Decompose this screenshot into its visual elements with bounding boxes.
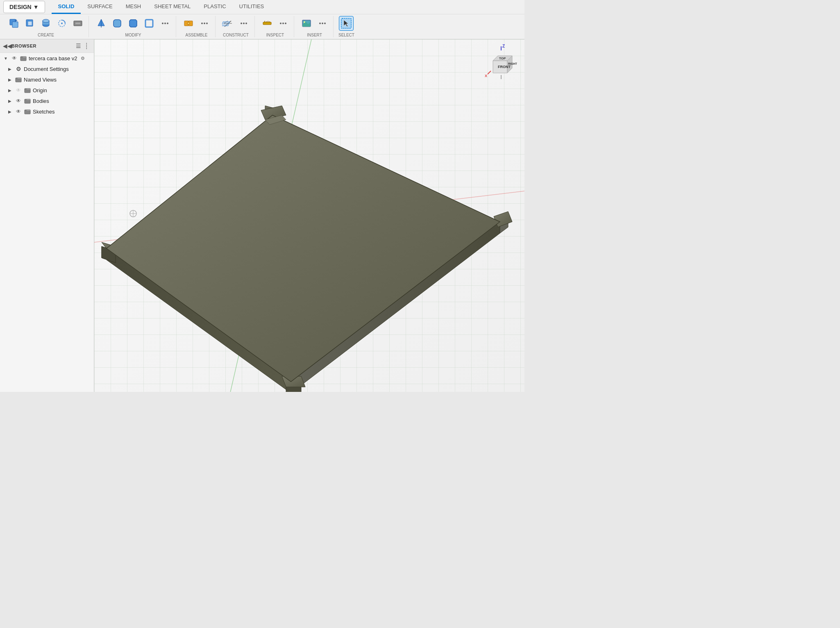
svg-marker-16 xyxy=(129,20,137,27)
modify-more-icon[interactable] xyxy=(158,16,173,31)
tree-eye-sketches[interactable]: 👁 xyxy=(15,108,22,115)
svg-text:Z: Z xyxy=(502,44,505,48)
tree-label-named-views: Named Views xyxy=(24,77,57,83)
svg-rect-35 xyxy=(263,22,271,25)
design-arrow: ▼ xyxy=(33,4,39,10)
tab-plastic[interactable]: PLASTIC xyxy=(197,0,232,14)
browser-panel: ◀◀ BROWSER ☰ ┊ ▼ 👁 tercera cara base v2 … xyxy=(0,39,94,392)
toolbar-group-construct: CONSTRUCT xyxy=(217,16,255,37)
tree-eye-origin[interactable]: 👁 xyxy=(15,86,22,94)
svg-point-19 xyxy=(164,23,166,24)
tree-eye-root[interactable]: 👁 xyxy=(11,55,18,62)
tree-arrow-bodies[interactable]: ▶ xyxy=(7,98,13,104)
tree-folder-root xyxy=(20,55,27,62)
tree-folder-bodies xyxy=(24,97,31,105)
construct-more-icon[interactable] xyxy=(236,16,251,31)
browser-collapse-button[interactable]: ◀◀ xyxy=(3,42,11,50)
construct-plane-icon[interactable] xyxy=(220,16,235,31)
svg-point-46 xyxy=(319,23,321,24)
browser-resize-handle[interactable]: ┊ xyxy=(82,42,91,50)
insert-image-icon[interactable] xyxy=(299,16,314,31)
svg-point-18 xyxy=(162,23,163,24)
svg-point-41 xyxy=(282,23,284,24)
svg-rect-17 xyxy=(145,20,153,27)
tree-item-doc-settings[interactable]: ▶ ⚙ Document Settings xyxy=(0,64,94,74)
modify-chamfer-icon[interactable] xyxy=(126,16,141,31)
assemble-more-icon[interactable] xyxy=(197,16,212,31)
tree-arrow-sketches[interactable]: ▶ xyxy=(7,108,13,115)
select-label: SELECT xyxy=(338,33,354,37)
tree-arrow-root[interactable]: ▼ xyxy=(2,55,9,61)
toolbar-group-assemble: ASSEMBLE xyxy=(178,16,216,37)
svg-point-47 xyxy=(322,23,323,24)
tree-item-bodies[interactable]: ▶ 👁 Bodies xyxy=(0,96,94,106)
tree-gear-icon: ⚙ xyxy=(15,65,22,73)
modify-shell-icon[interactable] xyxy=(142,16,157,31)
svg-text:TOP: TOP xyxy=(499,57,506,60)
tree-label-bodies: Bodies xyxy=(33,98,49,104)
svg-rect-31 xyxy=(222,22,229,26)
inspect-measure-icon[interactable] xyxy=(260,16,275,31)
svg-rect-15 xyxy=(114,20,121,27)
grid-background xyxy=(94,39,524,392)
svg-text:FRONT: FRONT xyxy=(498,65,511,69)
svg-rect-5 xyxy=(28,21,32,25)
tree-folder-sketches xyxy=(24,108,31,115)
tab-utilities[interactable]: UTILITIES xyxy=(233,0,271,14)
browser-title: BROWSER xyxy=(11,43,74,48)
tab-solid[interactable]: SOLID xyxy=(52,0,81,14)
toolbar-group-modify: MODIFY xyxy=(91,16,176,37)
create-more-icon[interactable] xyxy=(70,16,85,31)
svg-point-48 xyxy=(324,23,326,24)
toolbar-group-select: SELECT xyxy=(335,16,358,37)
viewcube[interactable]: Z X FRONT TOP RIGHT xyxy=(483,44,520,81)
tab-mesh[interactable]: MESH xyxy=(119,0,148,14)
browser-header: ◀◀ BROWSER ☰ ┊ xyxy=(0,39,94,53)
svg-rect-12 xyxy=(75,23,80,24)
insert-more-icon[interactable] xyxy=(315,16,330,31)
create-label: CREATE xyxy=(38,33,54,37)
tree-arrow-doc-settings[interactable]: ▶ xyxy=(7,66,13,72)
tree-arrow-named-views[interactable]: ▶ xyxy=(7,76,13,83)
tree-item-root[interactable]: ▼ 👁 tercera cara base v2 ⚙ xyxy=(0,53,94,64)
modify-press-pull-icon[interactable] xyxy=(94,16,109,31)
tree-label-sketches: Sketches xyxy=(33,109,54,115)
tab-surface[interactable]: SURFACE xyxy=(81,0,119,14)
design-button[interactable]: DESIGN ▼ xyxy=(3,1,45,13)
create-new-component-icon[interactable] xyxy=(7,16,21,31)
toolbar-group-create: CREATE xyxy=(3,16,89,37)
svg-point-24 xyxy=(187,22,190,25)
svg-point-40 xyxy=(280,23,282,24)
viewport[interactable]: Z X FRONT TOP RIGHT xyxy=(94,39,524,392)
tree-label-origin: Origin xyxy=(33,87,47,93)
svg-point-20 xyxy=(167,23,168,24)
insert-label: INSERT xyxy=(307,33,322,37)
tree-label-doc-settings: Document Settings xyxy=(24,66,69,72)
assemble-joint-icon[interactable] xyxy=(181,16,196,31)
create-revolve-icon[interactable] xyxy=(54,16,69,31)
inspect-more-icon[interactable] xyxy=(276,16,291,31)
create-extrude-icon[interactable] xyxy=(39,16,53,31)
modify-fillet-icon[interactable] xyxy=(110,16,125,31)
svg-point-42 xyxy=(285,23,286,24)
browser-menu-button[interactable]: ☰ xyxy=(74,42,82,50)
assemble-label: ASSEMBLE xyxy=(186,33,208,37)
svg-point-8 xyxy=(43,19,49,23)
tree-item-sketches[interactable]: ▶ 👁 Sketches xyxy=(0,106,94,117)
svg-text:RIGHT: RIGHT xyxy=(508,62,518,65)
toolbar-group-inspect: INSPECT xyxy=(257,16,294,37)
svg-rect-1 xyxy=(12,22,18,27)
tree-item-named-views[interactable]: ▶ Named Views xyxy=(0,74,94,85)
tab-sheet-metal[interactable]: SHEET METAL xyxy=(148,0,197,14)
tree-item-origin[interactable]: ▶ 👁 Origin xyxy=(0,85,94,96)
inspect-label: INSPECT xyxy=(266,33,284,37)
tree-arrow-origin[interactable]: ▶ xyxy=(7,87,13,93)
construct-label: CONSTRUCT xyxy=(223,33,249,37)
tree-folder-origin xyxy=(24,86,31,94)
tree-settings-root[interactable]: ⚙ xyxy=(81,56,85,61)
select-icon[interactable] xyxy=(339,16,354,31)
tree-eye-bodies[interactable]: 👁 xyxy=(15,97,22,105)
toolbar-group-insert: INSERT xyxy=(296,16,334,37)
create-sketch-icon[interactable] xyxy=(23,16,37,31)
svg-point-27 xyxy=(206,23,208,24)
